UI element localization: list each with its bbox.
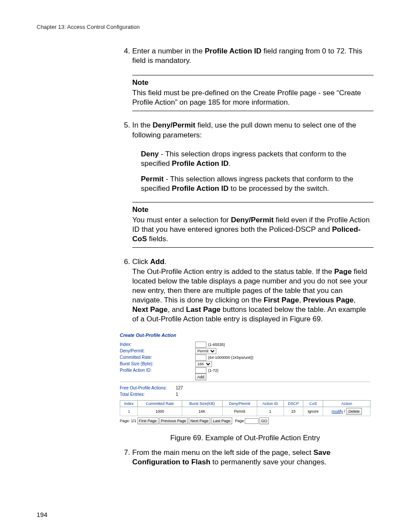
note-body: You must enter a selection for Deny/Perm… — [132, 215, 374, 244]
pager: Page: 1/1 First Page Previous Page Next … — [120, 417, 371, 424]
label-index: Index: — [120, 342, 195, 347]
value-total-entries: 1 — [176, 392, 178, 397]
th-burst-size: Burst Size(KB) — [182, 401, 222, 407]
value-free-actions: 127 — [176, 386, 183, 390]
label-committed-rate: Committed Rate: — [120, 355, 195, 360]
th-index: Index — [120, 401, 138, 407]
th-committed-rate: Committed Rate — [138, 401, 182, 407]
figure-caption: Figure 69. Example of Out-Profile Action… — [120, 434, 371, 442]
figure-69: Create Out-Profile Action Index: (1-6553… — [120, 333, 371, 424]
step-4: 4. Enter a number in the Profile Action … — [119, 47, 374, 65]
hint-index: (1-65535) — [208, 342, 225, 347]
figure-section-title: Create Out-Profile Action — [120, 333, 371, 338]
page-number: 194 — [37, 511, 47, 518]
cell-action: modify / Delete — [323, 407, 371, 416]
modify-link[interactable]: modify — [332, 409, 343, 414]
label-free-actions: Free Out-Profile Actions: — [120, 386, 176, 390]
note-body: This field must be pre-defined on the Cr… — [132, 88, 374, 107]
note-box: Note You must enter a selection for Deny… — [132, 202, 374, 248]
cell-burst: 16K — [182, 407, 222, 416]
deny-permit-select[interactable]: Permit — [195, 348, 216, 354]
th-cos: CoS — [303, 401, 323, 407]
cell-cos: Ignore — [303, 407, 323, 416]
label-total-entries: Total Entries: — [120, 392, 176, 397]
page-label: Page — [235, 419, 244, 423]
label-burst-size: Burst Size (Byte): — [120, 361, 195, 366]
add-button[interactable]: Add — [195, 373, 206, 380]
burst-size-select[interactable]: 16K — [195, 361, 212, 367]
page-indicator: Page: 1/1 — [120, 419, 137, 423]
step-number: 5. — [119, 121, 130, 130]
delete-button[interactable]: Delete — [346, 408, 362, 415]
step-5: 5. In the Deny/Permit field, use the pul… — [119, 121, 374, 140]
previous-page-button[interactable]: Previous Page — [159, 417, 188, 424]
table-header-row: Index Committed Rate Burst Size(KB) Deny… — [120, 401, 371, 407]
last-page-button[interactable]: Last Page — [211, 417, 232, 424]
hint-profile-action-id: (1-72) — [208, 368, 218, 373]
note-box: Note This field must be pre-defined on t… — [132, 75, 374, 111]
step-6-text: Click Add. The Out-Profile Action entry … — [132, 258, 367, 323]
label-deny-permit: Deny/Permit: — [120, 348, 195, 353]
cell-rate: 1000 — [138, 407, 182, 416]
step-6: 6. Click Add. The Out-Profile Action ent… — [119, 257, 374, 324]
chapter-header: Chapter 13: Access Control Configuration — [37, 24, 140, 30]
hint-committed-rate: (64-1000000 (1Kbps/unit)) — [208, 355, 253, 360]
note-title: Note — [132, 205, 374, 215]
cell-dscp: 15 — [283, 407, 303, 416]
th-action-id: Action ID — [257, 401, 283, 407]
out-profile-table: Index Committed Rate Burst Size(KB) Deny… — [120, 400, 371, 416]
th-dscp: DSCP — [283, 401, 303, 407]
step-number: 4. — [119, 47, 130, 56]
index-input[interactable] — [195, 342, 206, 348]
note-title: Note — [132, 78, 374, 87]
th-action: Action — [323, 401, 371, 407]
profile-action-id-input[interactable] — [195, 367, 206, 373]
step-number: 6. — [119, 257, 130, 267]
deny-definition: Deny - This selection drops ingress pack… — [141, 149, 374, 168]
step-number: 7. — [119, 448, 130, 457]
table-row: 1 1000 16K Permit 1 15 Ignore modify / D… — [120, 407, 371, 416]
committed-rate-input[interactable] — [195, 355, 206, 361]
next-page-button[interactable]: Next Page — [189, 417, 210, 424]
first-page-button[interactable]: First Page — [137, 417, 159, 424]
cell-action-id: 1 — [257, 407, 283, 416]
page-input[interactable] — [245, 418, 258, 424]
permit-definition: Permit - This selection allows ingress p… — [141, 174, 374, 193]
label-profile-action-id: Profile Action ID: — [120, 368, 195, 373]
cell-deny-permit: Permit — [222, 407, 257, 416]
th-deny-permit: Deny/Permit — [222, 401, 257, 407]
step-7: 7. From the main menu on the left side o… — [119, 448, 374, 467]
go-button[interactable]: GO — [259, 417, 269, 424]
step-4-text: Enter a number in the Profile Action ID … — [132, 47, 362, 65]
step-7-text: From the main menu on the left side of t… — [132, 448, 330, 466]
cell-index: 1 — [120, 407, 138, 416]
step-5-text: In the Deny/Permit field, use the pull d… — [132, 121, 356, 139]
